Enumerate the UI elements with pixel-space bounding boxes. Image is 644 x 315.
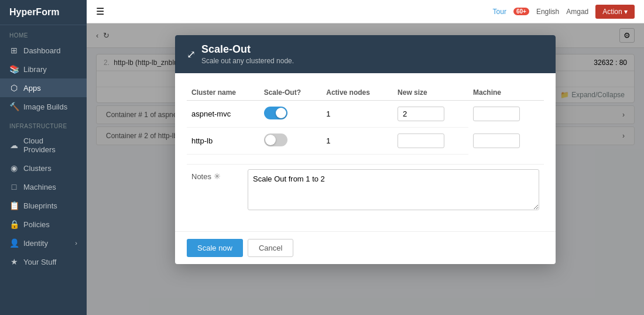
new-size-http-lb [393, 128, 468, 155]
action-button[interactable]: Action [595, 5, 635, 19]
notes-section: Notes ✳ Scale Out from 1 to 2 [187, 164, 544, 220]
library-icon: 📚 [9, 64, 19, 74]
modal-body: Cluster name Scale-Out? Active nodes New… [175, 73, 556, 231]
notes-textarea[interactable]: Scale Out from 1 to 2 [248, 169, 539, 210]
machine-input-aspnet-mvc[interactable] [473, 107, 520, 121]
scale-out-modal: ⤢ Scale-Out Scale out any clustered node… [175, 35, 556, 264]
sidebar-item-blueprints[interactable]: 📋 Blueprints [0, 196, 87, 215]
machine-http-lb [468, 128, 544, 155]
toggle-http-lb[interactable] [259, 128, 322, 155]
new-size-input-http-lb[interactable] [398, 133, 444, 148]
table-row-aspnet-mvc: aspnet-mvc 1 [187, 101, 544, 128]
sidebar-item-your-stuff[interactable]: ★ Your Stuff [0, 252, 87, 271]
sidebar: HyperForm HOME ⊞ Dashboard 📚 Library ⬡ A… [0, 0, 87, 315]
sidebar-item-image-builds[interactable]: 🔨 Image Builds [0, 97, 87, 116]
policies-icon: 🔒 [9, 220, 19, 229]
col-header-active-nodes: Active nodes [321, 85, 393, 101]
sidebar-item-apps[interactable]: ⬡ Apps [0, 78, 87, 97]
topbar-left: ☰ [96, 6, 104, 17]
sidebar-item-identity[interactable]: 👤 Identity › [0, 234, 87, 252]
dashboard-icon: ⊞ [9, 46, 19, 55]
cluster-name-http-lb: http-lb [187, 128, 259, 155]
sidebar-item-label: Policies [23, 220, 50, 229]
col-header-cluster-name: Cluster name [187, 85, 259, 101]
cluster-name-aspnet-mvc: aspnet-mvc [187, 101, 259, 128]
sidebar-item-label: Dashboard [23, 46, 61, 55]
main-content: ☰ Tour 60+ English Amgad Action ‹ ↻ ⚙ [87, 0, 644, 315]
col-header-new-size: New size [393, 85, 468, 101]
language-selector[interactable]: English [536, 8, 559, 16]
sidebar-item-dashboard[interactable]: ⊞ Dashboard [0, 41, 87, 60]
modal-title: Scale-Out [201, 43, 294, 56]
toggle-aspnet-mvc[interactable] [259, 101, 322, 128]
toggle-switch-on[interactable] [264, 107, 287, 119]
user-menu[interactable]: Amgad [566, 8, 588, 16]
modal-footer: Scale now Cancel [175, 231, 556, 264]
sidebar-item-label: Image Builds [23, 102, 67, 111]
sidebar-item-label: Library [23, 65, 47, 74]
tour-label[interactable]: Tour [493, 8, 506, 16]
modal-subtitle: Scale out any clustered node. [201, 57, 294, 65]
sidebar-item-label: Identity [23, 239, 48, 248]
cloud-icon: ☁ [9, 141, 19, 150]
notes-label: Notes ✳ [191, 169, 238, 181]
sidebar-item-library[interactable]: 📚 Library [0, 60, 87, 78]
toggle-switch-off[interactable] [264, 133, 287, 146]
image-builds-icon: 🔨 [9, 102, 19, 111]
new-size-aspnet-mvc [393, 101, 468, 128]
toggle-knob [276, 108, 286, 118]
app-logo: HyperForm [0, 0, 87, 25]
your-stuff-icon: ★ [9, 257, 19, 266]
cancel-button[interactable]: Cancel [248, 239, 293, 257]
apps-icon: ⬡ [9, 83, 19, 93]
toggle-knob [265, 135, 276, 145]
machine-input-http-lb[interactable] [473, 133, 520, 148]
sidebar-item-label: Your Stuff [23, 258, 56, 266]
modal-overlay: ⤢ Scale-Out Scale out any clustered node… [87, 23, 644, 315]
home-section-label: HOME [0, 25, 87, 41]
active-nodes-http-lb: 1 [321, 128, 393, 155]
identity-icon: 👤 [9, 238, 19, 248]
machine-aspnet-mvc [468, 101, 544, 128]
col-header-scale-out: Scale-Out? [259, 85, 322, 101]
content-area: ‹ ↻ ⚙ 2. http-lb (http-lb_znblui) RUNNIN… [87, 23, 644, 315]
active-nodes-aspnet-mvc: 1 [321, 101, 393, 128]
sidebar-item-clusters[interactable]: ◉ Clusters [0, 159, 87, 177]
sidebar-item-label: Apps [23, 84, 41, 93]
machines-icon: □ [9, 182, 19, 191]
sidebar-item-label: Machines [23, 183, 56, 191]
modal-header: ⤢ Scale-Out Scale out any clustered node… [175, 35, 556, 73]
col-header-machine: Machine [468, 85, 544, 101]
modal-cluster-table: Cluster name Scale-Out? Active nodes New… [187, 85, 544, 155]
blueprints-icon: 📋 [9, 201, 19, 210]
notification-badge[interactable]: 60+ [513, 8, 529, 15]
scale-now-button[interactable]: Scale now [187, 239, 243, 257]
notes-asterisk-icon: ✳ [214, 172, 221, 181]
sidebar-item-label: Cloud Providers [23, 136, 77, 154]
hamburger-icon[interactable]: ☰ [96, 6, 104, 17]
sidebar-item-label: Blueprints [23, 201, 57, 210]
new-size-input-aspnet-mvc[interactable] [398, 107, 444, 121]
topbar: ☰ Tour 60+ English Amgad Action [87, 0, 644, 23]
sidebar-item-cloud-providers[interactable]: ☁ Cloud Providers [0, 132, 87, 159]
topbar-right: Tour 60+ English Amgad Action [493, 5, 635, 19]
sidebar-item-policies[interactable]: 🔒 Policies [0, 215, 87, 234]
clusters-icon: ◉ [9, 163, 19, 173]
scale-out-icon: ⤢ [187, 48, 196, 61]
infrastructure-section-label: INFRASTRUCTURE [0, 116, 87, 132]
sidebar-item-machines[interactable]: □ Machines [0, 177, 87, 196]
sidebar-item-label: Clusters [23, 164, 52, 173]
table-row-http-lb: http-lb 1 [187, 128, 544, 155]
